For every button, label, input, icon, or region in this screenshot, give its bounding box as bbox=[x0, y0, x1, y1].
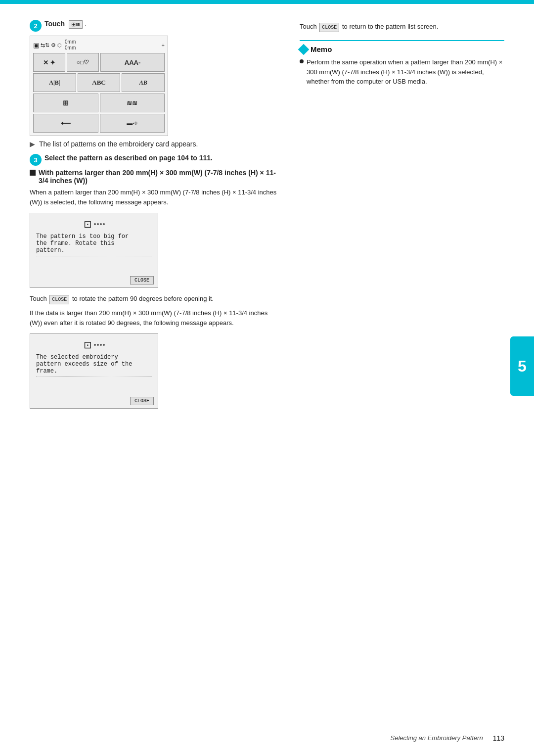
dialog1-text: The pattern is too big for the frame. Ro… bbox=[36, 233, 152, 256]
dot4 bbox=[103, 223, 105, 225]
dialog1-line1: The pattern is too big for bbox=[36, 233, 152, 240]
cell-ab-plain[interactable]: AB bbox=[122, 73, 165, 92]
memo-bullet-item: Perform the same operation when a patter… bbox=[300, 57, 504, 87]
two-column-layout: 2 Touch ⊞≋ . ▣ ⇆⇅ ⚙ ⬡ bbox=[30, 20, 504, 415]
touch-close-return-text: Touch CLOSE to return to the pattern lis… bbox=[300, 22, 504, 32]
if-data-text: If the data is larger than 200 mm(H) × 3… bbox=[30, 308, 280, 328]
dialog1-footer: CLOSE bbox=[30, 274, 158, 287]
main-content: 2 Touch ⊞≋ . ▣ ⇆⇅ ⚙ ⬡ bbox=[30, 20, 504, 415]
dialog2-icon-row: ⊡ bbox=[36, 339, 152, 351]
machine-icons: ▣ ⇆⇅ ⚙ ⬡ bbox=[33, 42, 62, 49]
touch-close-rotate-text: Touch CLOSE to rotate the pattern 90 deg… bbox=[30, 294, 280, 304]
cell-shapes[interactable]: ○□♡ bbox=[67, 53, 99, 72]
step2-row: 2 Touch ⊞≋ . bbox=[30, 20, 280, 32]
dialog-box-1: ⊡ The pattern is too big for the frame. … bbox=[30, 213, 158, 288]
dialog1-inner: ⊡ The pattern is too big for the frame. … bbox=[30, 213, 158, 274]
cell-aaa[interactable]: AAA- bbox=[100, 53, 165, 72]
dot2 bbox=[97, 223, 99, 225]
dialog1-icon: ⊡ bbox=[84, 218, 105, 230]
step3-circle: 3 bbox=[30, 154, 42, 166]
top-bar bbox=[0, 0, 534, 4]
return-text: to return to the pattern list screen. bbox=[342, 23, 438, 30]
machine-grid-row1: ✕ ✦ ○□♡ AAA- bbox=[33, 53, 165, 72]
right-touch-label: Touch bbox=[300, 23, 317, 30]
left-column: 2 Touch ⊞≋ . ▣ ⇆⇅ ⚙ ⬡ bbox=[30, 20, 280, 415]
chapter-number: 5 bbox=[518, 357, 527, 376]
dialog2-icon: ⊡ bbox=[84, 339, 105, 351]
cell-abc[interactable]: ABC bbox=[78, 73, 121, 92]
memo-dot-icon bbox=[300, 59, 304, 63]
machine-grid-row4: ⟵ ▬·÷ bbox=[33, 114, 165, 133]
settings-icon: ⚙ bbox=[51, 42, 56, 48]
with-patterns-heading-row: With patterns larger than 200 mm(H) × 30… bbox=[30, 169, 280, 185]
close-inline-button-1[interactable]: CLOSE bbox=[49, 295, 69, 304]
dot1 bbox=[94, 223, 96, 225]
rotate-text: to rotate the pattern 90 degrees before … bbox=[72, 295, 214, 302]
step2-label: Touch ⊞≋ . bbox=[44, 20, 87, 29]
dot3 bbox=[100, 223, 102, 225]
square-bullet-icon bbox=[30, 170, 36, 176]
list-appears-row: ▶ The list of patterns on the embroidery… bbox=[30, 140, 280, 148]
dialog-box-2: ⊡ The selected embroidery pattern exceed… bbox=[30, 333, 158, 409]
footer-page-number: 113 bbox=[493, 734, 504, 742]
machine-ui-panel: ▣ ⇆⇅ ⚙ ⬡ 0mm 0mm + ✕ ✦ ○□ bbox=[30, 36, 168, 136]
arrows-icon: ⇆⇅ bbox=[41, 42, 49, 48]
cell-embroidery[interactable]: ≋≋ bbox=[100, 94, 165, 112]
frame-icon: ▣ bbox=[33, 42, 39, 49]
chapter-tab: 5 bbox=[510, 336, 534, 396]
dialog1-spacer bbox=[36, 256, 152, 271]
machine-grid-row3: ⊞ ≋≋ bbox=[33, 94, 165, 112]
machine-grid-row2: A|B| ABC AB bbox=[33, 73, 165, 92]
cell-arrow-left[interactable]: ⟵ bbox=[33, 114, 98, 133]
memo-bullet-text: Perform the same operation when a patter… bbox=[307, 57, 504, 87]
step3-text: Select the pattern as described on page … bbox=[44, 154, 213, 162]
dialog1-icon-row: ⊡ bbox=[36, 218, 152, 230]
dialog2-line3: frame. bbox=[36, 368, 152, 375]
embroidery-card-icon[interactable]: ⊞≋ bbox=[69, 20, 83, 29]
dialog2-inner: ⊡ The selected embroidery pattern exceed… bbox=[30, 334, 158, 395]
dialog1-line2: the frame. Rotate this bbox=[36, 240, 152, 247]
needle-icon: ⬡ bbox=[57, 43, 62, 48]
dialog2-footer: CLOSE bbox=[30, 395, 158, 408]
dialog2-line2: pattern exceeds size of the bbox=[36, 361, 152, 368]
dot3b bbox=[100, 344, 102, 346]
dot4b bbox=[103, 344, 105, 346]
dialog2-close-button[interactable]: CLOSE bbox=[130, 397, 154, 405]
memo-title-text: Memo bbox=[311, 45, 332, 53]
dot1b bbox=[94, 344, 96, 346]
dialog2-spacer bbox=[36, 377, 152, 392]
page-footer: Selecting an Embroidery Pattern 113 bbox=[390, 734, 504, 742]
machine-top-row: ▣ ⇆⇅ ⚙ ⬡ 0mm 0mm + bbox=[33, 39, 165, 51]
appears-text: The list of patterns on the embroidery c… bbox=[39, 140, 198, 148]
dialog2-text: The selected embroidery pattern exceeds … bbox=[36, 354, 152, 377]
machine-frame-icon-2: ⊡ bbox=[84, 339, 92, 351]
memo-diamond-icon bbox=[298, 44, 310, 55]
cell-display[interactable]: ▬·÷ bbox=[100, 114, 165, 133]
with-patterns-body: When a pattern larger than 200 mm(H) × 3… bbox=[30, 188, 280, 207]
mm-dimensions: 0mm 0mm bbox=[65, 39, 76, 51]
with-patterns-heading: With patterns larger than 200 mm(H) × 30… bbox=[39, 169, 280, 185]
machine-frame-icon: ⊡ bbox=[84, 218, 92, 230]
dialog1-close-button[interactable]: CLOSE bbox=[130, 276, 154, 284]
dots-group bbox=[94, 223, 105, 225]
dialog2-line1: The selected embroidery bbox=[36, 354, 152, 361]
footer-italic-text: Selecting an Embroidery Pattern bbox=[390, 734, 483, 742]
touch-label: Touch bbox=[30, 295, 47, 302]
plus-icon-area: + bbox=[162, 42, 165, 48]
dots-group-2 bbox=[94, 344, 105, 346]
dialog1-line3: pattern. bbox=[36, 247, 152, 254]
cell-decorative[interactable]: ✕ ✦ bbox=[33, 53, 65, 72]
step2-circle: 2 bbox=[30, 20, 42, 32]
dot2b bbox=[97, 344, 99, 346]
memo-box: Memo Perform the same operation when a p… bbox=[300, 40, 504, 87]
cell-ab-box[interactable]: A|B| bbox=[33, 73, 76, 92]
plus-icon: + bbox=[162, 42, 165, 48]
arrow-bullet: ▶ bbox=[30, 140, 35, 148]
step3-row: 3 Select the pattern as described on pag… bbox=[30, 154, 280, 166]
close-inline-button-2[interactable]: CLOSE bbox=[319, 23, 339, 32]
memo-title-row: Memo bbox=[300, 45, 504, 53]
cell-frame[interactable]: ⊞ bbox=[33, 94, 98, 112]
right-column: Touch CLOSE to return to the pattern lis… bbox=[300, 20, 504, 415]
